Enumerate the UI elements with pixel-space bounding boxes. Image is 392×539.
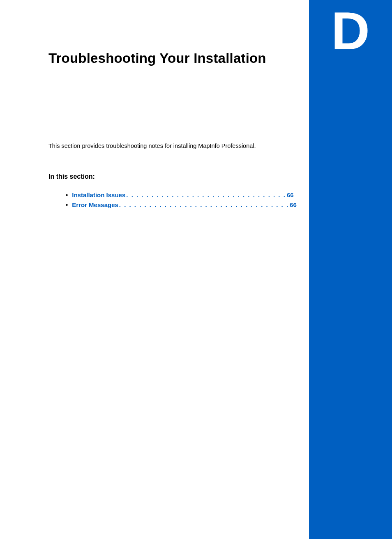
toc-item: • Installation Issues . . . . . . . . . … <box>66 190 297 200</box>
sidebar-band: D <box>309 0 392 539</box>
toc-link-error-messages[interactable]: Error Messages <box>72 200 118 210</box>
content-column: Troubleshooting Your Installation This s… <box>0 0 309 539</box>
document-page: Troubleshooting Your Installation This s… <box>0 0 392 539</box>
bullet-icon: • <box>66 200 68 210</box>
intro-text: This section provides troubleshooting no… <box>48 142 297 151</box>
toc-page-number[interactable]: 66 <box>287 190 294 200</box>
toc-list: • Installation Issues . . . . . . . . . … <box>48 190 297 210</box>
appendix-letter: D <box>331 4 370 58</box>
toc-link-installation-issues[interactable]: Installation Issues <box>72 190 125 200</box>
bullet-icon: • <box>66 190 68 200</box>
section-label: In this section: <box>48 173 297 180</box>
page-title: Troubleshooting Your Installation <box>48 49 297 68</box>
toc-dots: . . . . . . . . . . . . . . . . . . . . … <box>125 190 287 200</box>
toc-page-number[interactable]: 66 <box>290 200 297 210</box>
toc-item: • Error Messages . . . . . . . . . . . .… <box>66 200 297 210</box>
toc-dots: . . . . . . . . . . . . . . . . . . . . … <box>118 200 290 210</box>
